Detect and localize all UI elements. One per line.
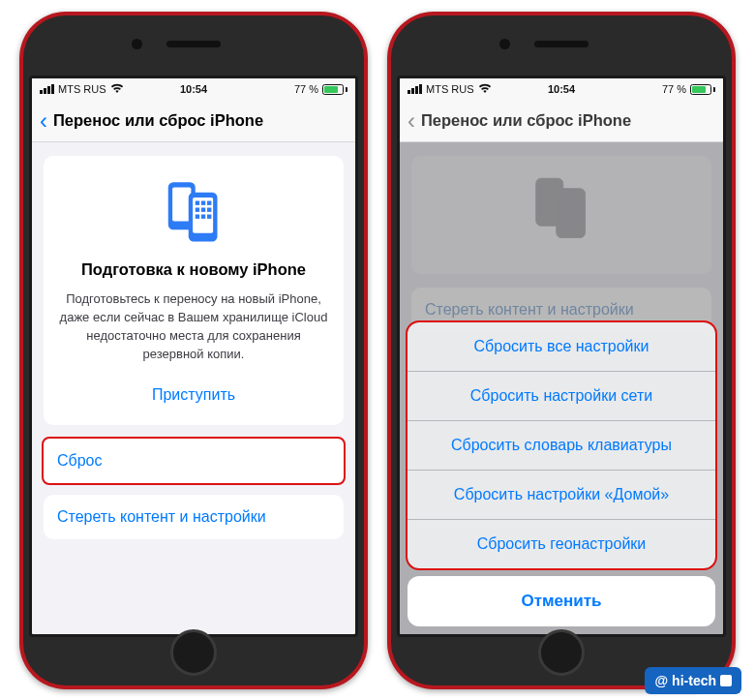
nav-bar: ‹ Перенос или сброс iPhone xyxy=(400,100,723,142)
svg-rect-1 xyxy=(172,188,191,222)
front-camera xyxy=(132,39,142,49)
screen-right: MTS RUS 10:54 77 % ‹ Перенос или сброс i… xyxy=(397,76,726,637)
reset-network-settings[interactable]: Сбросить настройки сети xyxy=(408,372,715,421)
cellular-signal-icon xyxy=(408,84,422,94)
svg-rect-5 xyxy=(201,201,205,205)
svg-rect-9 xyxy=(207,208,211,212)
watermark-badge: @ hi-tech xyxy=(645,667,741,694)
cellular-signal-icon xyxy=(40,84,54,94)
svg-rect-6 xyxy=(207,201,211,205)
svg-rect-10 xyxy=(196,215,199,219)
back-chevron-icon[interactable]: ‹ xyxy=(40,109,51,133)
screen-left: MTS RUS 10:54 77 % ‹ Перенос или сброс i… xyxy=(29,76,358,637)
watermark-logo-icon xyxy=(720,675,732,686)
wifi-icon xyxy=(110,83,124,95)
back-chevron-icon: ‹ xyxy=(408,109,419,133)
clock: 10:54 xyxy=(509,83,614,95)
options-list: Сброс Стереть контент и настройки xyxy=(44,439,344,539)
front-camera xyxy=(499,39,510,49)
card-title: Подготовка к новому iPhone xyxy=(59,260,328,279)
status-bar: MTS RUS 10:54 77 % xyxy=(400,78,723,100)
reset-home-layout[interactable]: Сбросить настройки «Домой» xyxy=(408,471,715,520)
phone-right: MTS RUS 10:54 77 % ‹ Перенос или сброс i… xyxy=(387,12,736,689)
watermark-text: hi-tech xyxy=(672,673,716,688)
carrier-label: MTS RUS xyxy=(426,83,474,95)
home-button[interactable] xyxy=(170,629,217,676)
two-phones-icon xyxy=(59,177,328,245)
svg-rect-11 xyxy=(201,215,205,219)
reset-all-settings[interactable]: Сбросить все настройки xyxy=(408,322,715,372)
erase-row[interactable]: Стереть контент и настройки xyxy=(44,495,344,539)
svg-rect-12 xyxy=(207,215,211,219)
home-button[interactable] xyxy=(538,629,585,676)
start-button[interactable]: Приступить xyxy=(59,380,328,410)
battery-icon xyxy=(690,84,715,95)
action-sheet-menu: Сбросить все настройки Сбросить настройк… xyxy=(408,322,715,568)
svg-rect-8 xyxy=(201,208,205,212)
reset-row[interactable]: Сброс xyxy=(44,439,344,483)
status-bar: MTS RUS 10:54 77 % xyxy=(32,78,355,100)
cancel-button[interactable]: Отменить xyxy=(408,576,715,626)
phone-left: MTS RUS 10:54 77 % ‹ Перенос или сброс i… xyxy=(19,12,368,689)
svg-rect-4 xyxy=(196,201,199,205)
nav-title: Перенос или сброс iPhone xyxy=(53,111,263,130)
wifi-icon xyxy=(478,83,492,95)
nav-bar: ‹ Перенос или сброс iPhone xyxy=(32,100,355,142)
nav-title: Перенос или сброс iPhone xyxy=(421,111,631,130)
carrier-label: MTS RUS xyxy=(58,83,106,95)
earpiece xyxy=(166,41,221,47)
reset-keyboard-dictionary[interactable]: Сбросить словарь клавиатуры xyxy=(408,421,715,471)
battery-icon xyxy=(322,84,347,95)
battery-percent: 77 % xyxy=(662,83,686,95)
svg-rect-7 xyxy=(196,208,199,212)
card-body: Подготовьтесь к переносу на новый iPhone… xyxy=(59,290,328,363)
prepare-card: Подготовка к новому iPhone Подготовьтесь… xyxy=(44,156,344,425)
action-sheet: Сбросить все настройки Сбросить настройк… xyxy=(408,322,715,626)
clock: 10:54 xyxy=(141,83,246,95)
battery-percent: 77 % xyxy=(294,83,318,95)
at-symbol: @ xyxy=(654,673,668,688)
reset-location-settings[interactable]: Сбросить геонастройки xyxy=(408,520,715,568)
earpiece xyxy=(534,41,589,47)
